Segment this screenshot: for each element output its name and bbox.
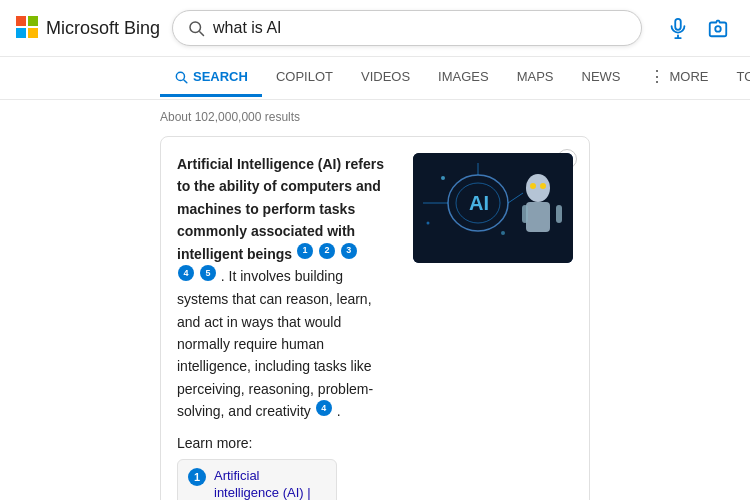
- learn-more-item-1[interactable]: 1 Artificial intelligence (AI) | Definit…: [177, 459, 337, 500]
- learn-more-title-1: Artificial intelligence (AI) | Definitio…: [214, 468, 326, 500]
- tab-more[interactable]: ⋮ MORE: [635, 57, 723, 99]
- camera-icon: [707, 17, 729, 39]
- tab-copilot[interactable]: COPILOT: [262, 59, 347, 97]
- tab-maps[interactable]: MAPS: [503, 59, 568, 97]
- microphone-button[interactable]: [662, 12, 694, 44]
- microphone-icon: [667, 17, 689, 39]
- svg-point-23: [501, 231, 505, 235]
- result-card-wrapper: ℹ Artificial Intelligence (AI) refers to…: [160, 136, 590, 500]
- svg-point-19: [530, 183, 536, 189]
- header: Microsoft Bing: [0, 0, 750, 57]
- svg-point-20: [540, 183, 546, 189]
- logo-sq-green: [28, 16, 38, 26]
- learn-more-label: Learn more:: [177, 435, 573, 451]
- learn-more-section: Learn more: 1 Artificial intelligence (A…: [177, 435, 573, 500]
- svg-point-15: [526, 174, 550, 202]
- tab-news-label: NEWS: [582, 69, 621, 84]
- svg-rect-17: [522, 205, 528, 223]
- citation-badge-1[interactable]: 1: [297, 243, 313, 259]
- ai-summary-text: Artificial Intelligence (AI) refers to t…: [177, 153, 397, 423]
- citation-badge-6[interactable]: 4: [316, 400, 332, 416]
- tab-more-label: MORE: [670, 69, 709, 84]
- tab-videos[interactable]: VIDEOS: [347, 59, 424, 97]
- citation-badge-3[interactable]: 3: [341, 243, 357, 259]
- svg-point-22: [427, 222, 430, 225]
- learn-more-num-1: 1: [188, 468, 206, 486]
- citation-badge-5[interactable]: 5: [200, 265, 216, 281]
- results-count: About 102,000,000 results: [160, 110, 590, 124]
- tab-news[interactable]: NEWS: [568, 59, 635, 97]
- search-bar[interactable]: [172, 10, 642, 46]
- tab-videos-label: VIDEOS: [361, 69, 410, 84]
- logo-sq-red: [16, 16, 26, 26]
- logo-text: Microsoft Bing: [46, 18, 160, 39]
- svg-line-1: [200, 32, 204, 36]
- ai-summary-body: . It involves building systems that can …: [177, 269, 373, 420]
- nav-tabs: SEARCH COPILOT VIDEOS IMAGES MAPS NEWS ⋮…: [0, 57, 750, 100]
- svg-text:AI: AI: [469, 192, 489, 214]
- logo-sq-yellow: [28, 28, 38, 38]
- svg-rect-2: [675, 19, 681, 30]
- bing-logo-icon: [16, 16, 40, 40]
- search-input[interactable]: [213, 19, 627, 37]
- main-content: About 102,000,000 results ℹ Artificial I…: [0, 100, 750, 500]
- ai-card-text: Artificial Intelligence (AI) refers to t…: [177, 153, 397, 423]
- more-dots-icon: ⋮: [649, 67, 665, 86]
- search-bar-wrapper: [172, 10, 642, 46]
- svg-point-5: [715, 26, 721, 32]
- svg-rect-18: [556, 205, 562, 223]
- citation-badge-2[interactable]: 2: [319, 243, 335, 259]
- learn-more-items: 1 Artificial intelligence (AI) | Definit…: [177, 459, 573, 500]
- tab-search-icon: [174, 70, 188, 84]
- ai-result-card: ℹ Artificial Intelligence (AI) refers to…: [160, 136, 590, 500]
- header-right-icons: [662, 12, 734, 44]
- tab-copilot-label: COPILOT: [276, 69, 333, 84]
- tab-maps-label: MAPS: [517, 69, 554, 84]
- search-icon: [187, 19, 205, 37]
- learn-more-content-1: Artificial intelligence (AI) | Definitio…: [214, 468, 326, 500]
- ai-card-image: AI: [413, 153, 573, 263]
- ai-summary-end: .: [337, 404, 341, 420]
- ai-card-inner: Artificial Intelligence (AI) refers to t…: [177, 153, 573, 423]
- tab-tools[interactable]: TOOLS: [723, 59, 750, 97]
- tab-tools-label: TOOLS: [737, 69, 750, 84]
- svg-point-21: [441, 176, 445, 180]
- tab-search-label: SEARCH: [193, 69, 248, 84]
- tab-images-label: IMAGES: [438, 69, 489, 84]
- svg-rect-16: [526, 202, 550, 232]
- tab-search[interactable]: SEARCH: [160, 59, 262, 97]
- logo-area: Microsoft Bing: [16, 16, 160, 40]
- camera-button[interactable]: [702, 12, 734, 44]
- logo-sq-blue: [16, 28, 26, 38]
- citation-badge-4[interactable]: 4: [178, 265, 194, 281]
- tab-images[interactable]: IMAGES: [424, 59, 503, 97]
- svg-line-7: [184, 79, 187, 82]
- ai-brain-svg: AI: [413, 153, 573, 263]
- svg-point-0: [190, 22, 201, 33]
- svg-point-6: [176, 72, 184, 80]
